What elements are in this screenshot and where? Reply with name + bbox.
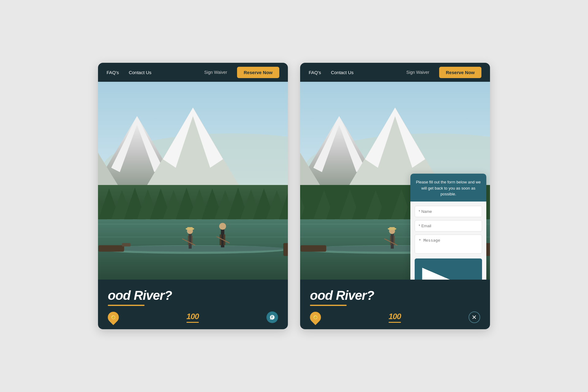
nav-sign-waiver-left[interactable]: Sign Waiver <box>204 70 227 75</box>
navbar-left: FAQ's Contact Us Sign Waiver Reserve Now <box>98 63 288 82</box>
svg-rect-96 <box>300 245 326 252</box>
left-browser-card: FAQ's Contact Us Sign Waiver Reserve Now <box>98 63 288 329</box>
nav-contact-right[interactable]: Contact Us <box>331 70 353 75</box>
hero-image-left <box>98 82 288 280</box>
nav-sign-waiver-right[interactable]: Sign Waiver <box>406 70 429 75</box>
submit-icon <box>419 262 461 280</box>
nav-faqs-left[interactable]: FAQ's <box>107 70 119 75</box>
right-browser-card: FAQ's Contact Us Sign Waiver Reserve Now <box>300 63 490 329</box>
svg-rect-47 <box>98 245 124 252</box>
svg-rect-48 <box>122 243 130 247</box>
message-textarea[interactable] <box>415 235 482 254</box>
bottom-icons-right: 😊 100 ✕ <box>310 311 480 323</box>
nav-faqs-right[interactable]: FAQ's <box>309 70 321 75</box>
svg-point-36 <box>219 223 226 230</box>
close-icon: ✕ <box>472 314 477 321</box>
svg-rect-49 <box>283 243 288 256</box>
contact-popup: Please fill out the form below and we wi… <box>410 174 486 280</box>
bottom-icons-left: 😊 100 <box>108 311 278 323</box>
hundred-badge-right: 100 <box>389 312 401 323</box>
name-input[interactable] <box>415 206 482 217</box>
reserve-now-button-left[interactable]: Reserve Now <box>237 67 279 78</box>
navbar-right: FAQ's Contact Us Sign Waiver Reserve Now <box>300 63 490 82</box>
svg-rect-92 <box>390 227 395 229</box>
bottom-section-left: ood River? 😊 100 <box>98 280 288 329</box>
pin-icon-left: 😊 <box>108 312 119 323</box>
svg-rect-89 <box>391 232 394 249</box>
popup-form: Submit <box>410 202 486 280</box>
bottom-section-right: ood River? 😊 100 ✕ <box>300 280 490 329</box>
hero-image-right: Please fill out the form below and we wi… <box>300 82 490 280</box>
svg-rect-44 <box>188 236 189 245</box>
svg-rect-93 <box>390 236 391 245</box>
submit-button[interactable]: Submit <box>415 258 482 280</box>
hero-title-underline-right <box>310 305 347 306</box>
reserve-now-button-right[interactable]: Reserve Now <box>439 67 481 78</box>
nav-contact-left[interactable]: Contact Us <box>129 70 151 75</box>
svg-rect-29 <box>98 224 288 224</box>
svg-rect-43 <box>187 227 193 229</box>
email-input[interactable] <box>415 220 482 232</box>
popup-header: Please fill out the form below and we wi… <box>410 174 486 202</box>
close-popup-button[interactable]: ✕ <box>469 311 480 323</box>
hundred-badge-left: 100 <box>187 312 199 323</box>
hero-title-right: ood River? <box>310 288 480 303</box>
svg-rect-40 <box>189 232 192 249</box>
svg-rect-31 <box>98 237 288 238</box>
svg-rect-37 <box>220 235 221 245</box>
chat-icon-left[interactable] <box>266 311 278 323</box>
svg-rect-30 <box>98 230 288 231</box>
hero-title-left: ood River? <box>108 288 278 303</box>
pin-icon-right: 😊 <box>310 312 321 323</box>
popup-header-text: Please fill out the form below and we wi… <box>416 180 481 196</box>
hero-title-underline-left <box>108 305 145 306</box>
svg-point-34 <box>100 246 285 252</box>
